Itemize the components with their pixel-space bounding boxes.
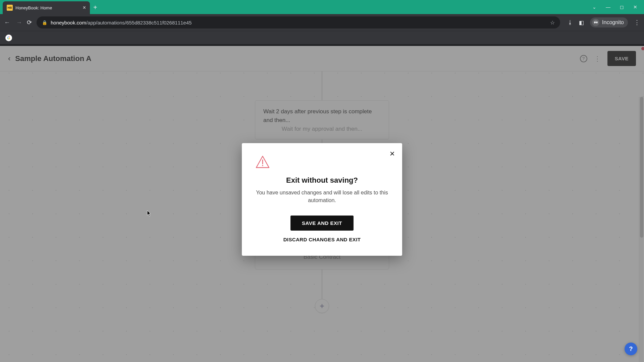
exit-confirm-modal: × Exit without saving? You have unsaved … — [242, 143, 402, 256]
reload-icon[interactable]: ⟳ — [27, 19, 32, 26]
tab-strip: HB HoneyBook: Home × + ⌄ ― ◻ ✕ — [0, 0, 644, 14]
downloads-icon[interactable]: ⭳ — [568, 19, 573, 25]
tab-favicon: HB — [7, 5, 13, 11]
incognito-label: Incognito — [602, 19, 624, 25]
modal-body-text: You have unsaved changes and will lose a… — [255, 189, 389, 204]
browser-chrome: HB HoneyBook: Home × + ⌄ ― ◻ ✕ ← → ⟳ 🔒 h… — [0, 0, 644, 46]
url-domain: honeybook.com — [51, 20, 86, 25]
omnibox[interactable]: 🔒 honeybook.com/app/automations/655d8233… — [37, 16, 560, 28]
save-and-exit-button[interactable]: SAVE AND EXIT — [290, 216, 354, 231]
tab-title: HoneyBook: Home — [15, 5, 80, 10]
window-maximize-icon[interactable]: ◻ — [620, 4, 624, 10]
url-text: honeybook.com/app/automations/655d82338c… — [51, 20, 192, 25]
nav-arrows: ← → — [4, 19, 22, 26]
window-minimize-icon[interactable]: ― — [606, 4, 610, 10]
tab-close-icon[interactable]: × — [83, 5, 86, 11]
incognito-icon: 🕶 — [592, 19, 599, 26]
browser-tab[interactable]: HB HoneyBook: Home × — [3, 1, 90, 14]
tab-search-icon[interactable]: ⌄ — [592, 4, 596, 10]
app-viewport: ‹ Sample Automation A ? ⋮ SAVE Wait 2 da… — [0, 46, 644, 362]
modal-title: Exit without saving? — [255, 176, 389, 185]
google-bookmark-icon[interactable]: G — [5, 35, 12, 41]
browser-menu-icon[interactable]: ⋮ — [634, 19, 640, 26]
incognito-chip[interactable]: 🕶 Incognito — [590, 17, 628, 27]
bookmarks-bar: G — [0, 31, 644, 44]
toolbar-right: ⭳ ◧ 🕶 Incognito ⋮ — [568, 17, 640, 27]
sidepanel-icon[interactable]: ◧ — [579, 19, 584, 26]
modal-close-button[interactable]: × — [390, 149, 395, 158]
warning-triangle-icon — [255, 155, 270, 169]
lock-icon: 🔒 — [42, 20, 47, 25]
window-controls: ⌄ ― ◻ ✕ — [592, 0, 644, 14]
help-fab[interactable]: ? — [625, 343, 637, 355]
bookmark-star-icon[interactable]: ☆ — [550, 19, 555, 26]
browser-toolbar: ← → ⟳ 🔒 honeybook.com/app/automations/65… — [0, 14, 644, 31]
discard-and-exit-button[interactable]: DISCARD CHANGES AND EXIT — [283, 237, 361, 242]
nav-forward-icon[interactable]: → — [16, 19, 22, 26]
svg-point-1 — [262, 165, 263, 166]
url-path: /app/automations/655d82338c511f0268111e4… — [86, 20, 192, 25]
new-tab-button[interactable]: + — [93, 4, 97, 11]
nav-back-icon[interactable]: ← — [4, 19, 10, 26]
window-close-icon[interactable]: ✕ — [633, 4, 637, 10]
